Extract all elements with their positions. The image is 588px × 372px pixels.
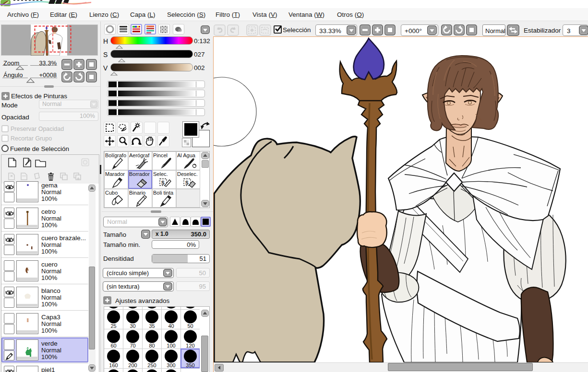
svg-text:200: 200 — [128, 362, 137, 368]
svg-text:S: S — [185, 180, 189, 186]
svg-text:35: 35 — [149, 323, 155, 329]
svg-text:30: 30 — [130, 323, 135, 329]
svg-text:350: 350 — [186, 362, 194, 368]
svg-text:50: 50 — [187, 323, 193, 329]
svg-text:160: 160 — [109, 362, 118, 368]
svg-text:80: 80 — [149, 343, 155, 349]
svg-text:S: S — [161, 180, 165, 186]
svg-text:300: 300 — [167, 362, 175, 368]
svg-text:250: 250 — [147, 362, 156, 368]
svg-text:40: 40 — [168, 323, 174, 329]
svg-text:25: 25 — [110, 323, 116, 329]
svg-text:70: 70 — [130, 343, 135, 349]
svg-text:120: 120 — [186, 343, 194, 349]
svg-text:60: 60 — [110, 343, 116, 349]
svg-text:100: 100 — [167, 343, 175, 349]
